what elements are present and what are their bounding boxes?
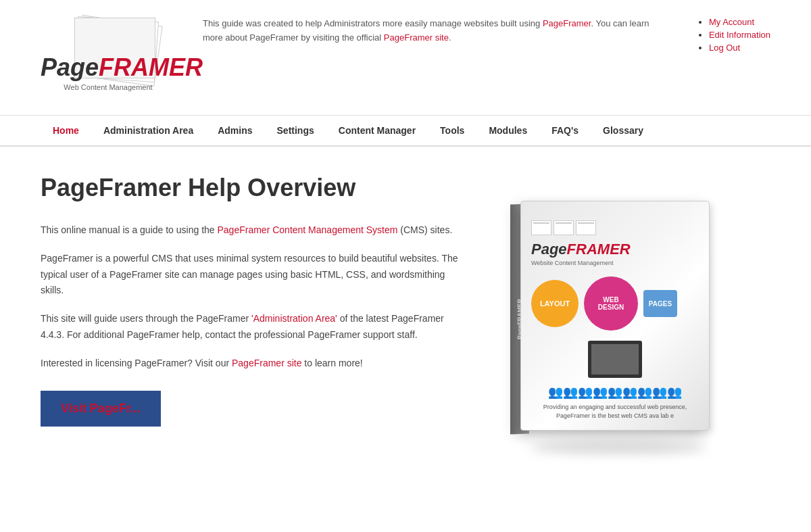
- box-device: [588, 341, 642, 378]
- logo-text: PageFRAMER Web Content Management: [41, 53, 176, 91]
- logo-area: PageFRAMER Web Content Management: [41, 14, 176, 101]
- paragraph-1: This online manual is a guide to using t…: [41, 222, 460, 239]
- header-desc-text1: This guide was created to help Administr…: [203, 18, 649, 43]
- visit-area: Visit PageFr... Open link in new tab Ope…: [41, 384, 460, 427]
- nav-item-tools: Tools: [428, 116, 476, 145]
- account-link-item-editinfo: Edit Information: [709, 30, 770, 40]
- nav-item-settings: Settings: [265, 116, 326, 145]
- header-account: My Account Edit Information Log Out: [697, 14, 770, 55]
- paragraph-4: Interested in licensing PageFramer? Visi…: [41, 356, 460, 372]
- admin-area-link[interactable]: 'Administration Area': [251, 313, 337, 324]
- logo-sub: Web Content Management: [41, 83, 176, 91]
- logo-framer: FRAMER: [99, 53, 203, 81]
- box-shadow: [531, 441, 706, 454]
- circle-webdesign: WEBDESIGN: [584, 276, 638, 331]
- device-mockup-area: [531, 341, 699, 378]
- nav-link-faqs[interactable]: FAQ's: [539, 116, 591, 145]
- box-paper-3: [576, 220, 596, 235]
- box-bottom-text: Providing an engaging and successful web…: [531, 403, 699, 420]
- logo-box: PageFRAMER Web Content Management: [41, 14, 176, 101]
- box-paper-1: [531, 220, 551, 235]
- log-out-link[interactable]: Log Out: [709, 43, 740, 53]
- paragraph-3: This site will guide users through the P…: [41, 311, 460, 343]
- box-logo: PageFRAMER Website Content Management: [531, 241, 699, 266]
- nav-item-home: Home: [41, 116, 91, 145]
- header-pageframer-link1[interactable]: PageFramer: [543, 18, 591, 28]
- nav-item-glossary: Glossary: [591, 116, 656, 145]
- nav-link-home[interactable]: Home: [41, 116, 91, 145]
- header: PageFRAMER Web Content Management This g…: [0, 0, 811, 116]
- nav-bar: Home Administration Area Admins Settings…: [0, 116, 811, 147]
- nav-link-modules[interactable]: Modules: [476, 116, 539, 145]
- main-content: PageFramer Help Overview This online man…: [0, 147, 811, 471]
- header-description: This guide was created to help Administr…: [203, 14, 670, 45]
- box-paper-icon: [531, 220, 699, 235]
- circle-pages: PAGES: [643, 290, 677, 317]
- box-logo-page: Page: [531, 241, 567, 258]
- nav-link-administration[interactable]: Administration Area: [91, 116, 205, 145]
- logo-page: Page: [41, 53, 99, 81]
- account-link-item-logout: Log Out: [709, 43, 770, 53]
- people-silhouette: 👥👥👥👥👥👥👥👥👥: [531, 385, 699, 400]
- account-links-list: My Account Edit Information Log Out: [697, 17, 770, 53]
- header-pageframer-site-link[interactable]: PageFramer site: [384, 32, 449, 43]
- box-paper-2: [554, 220, 574, 235]
- box-body: PageFRAMER Website Content Management LA…: [520, 201, 710, 431]
- nav-link-glossary[interactable]: Glossary: [591, 116, 656, 145]
- nav-item-modules: Modules: [476, 116, 539, 145]
- pageframer-site-link2[interactable]: PageFramer site: [232, 358, 301, 368]
- circles-area: LAYOUT WEBDESIGN PAGES: [531, 276, 699, 331]
- box-device-screen: [591, 344, 639, 374]
- product-box: PageFRAMER CMS for Business Page: [493, 187, 710, 444]
- nav-item-admins: Admins: [205, 116, 264, 145]
- nav-link-settings[interactable]: Settings: [265, 116, 326, 145]
- page-title: PageFramer Help Overview: [41, 174, 460, 202]
- visit-button[interactable]: Visit PageFr...: [41, 391, 161, 427]
- cms-link[interactable]: PageFramer Content Management System: [218, 224, 398, 235]
- nav-list: Home Administration Area Admins Settings…: [41, 116, 770, 145]
- nav-item-faqs: FAQ's: [539, 116, 591, 145]
- nav-link-content-manager[interactable]: Content Manager: [326, 116, 428, 145]
- nav-link-admins[interactable]: Admins: [205, 116, 264, 145]
- my-account-link[interactable]: My Account: [709, 17, 754, 27]
- box-logo-framer: FRAMER: [567, 241, 631, 258]
- content-left: PageFramer Help Overview This online man…: [41, 174, 460, 444]
- box-logo-sub: Website Content Management: [531, 260, 699, 266]
- box-front-content: PageFRAMER Website Content Management LA…: [521, 201, 709, 431]
- nav-item-administration: Administration Area: [91, 116, 205, 145]
- content-right: PageFRAMER CMS for Business Page: [487, 174, 716, 444]
- edit-information-link[interactable]: Edit Information: [709, 30, 770, 40]
- circle-layout: LAYOUT: [531, 280, 579, 327]
- nav-link-tools[interactable]: Tools: [428, 116, 476, 145]
- nav-item-content-manager: Content Manager: [326, 116, 428, 145]
- paragraph-2: PageFramer is a powerful CMS that uses m…: [41, 251, 460, 299]
- account-link-item-myaccount: My Account: [709, 17, 770, 27]
